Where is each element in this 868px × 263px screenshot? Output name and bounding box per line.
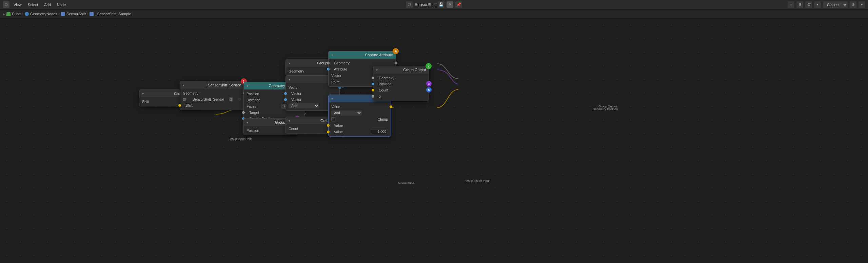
menu-node[interactable]: Node: [55, 2, 68, 7]
socket-av-value-left-2[interactable]: [327, 130, 330, 133]
node-row-geometry-out: Geometry: [180, 90, 244, 96]
menu-add[interactable]: Add: [42, 2, 53, 7]
menu-select[interactable]: Select: [26, 2, 40, 7]
socket-vector-left-2[interactable]: [284, 98, 287, 101]
breadcrumb-sample-label: _SensorShift_Sample: [95, 12, 131, 16]
vector-in2-label: Vector: [291, 98, 301, 102]
sensor-count: 3: [229, 97, 233, 101]
gizmo-icon[interactable]: ⊛: [850, 1, 856, 8]
top-bar: ⬡ View Select Add Node ⬡ SensorShift 💾 ✕…: [0, 0, 868, 9]
socket-ca-geo-right[interactable]: [395, 62, 397, 64]
vector-out-label: Vector: [289, 85, 299, 89]
node-sensor-shift-sensor-header: _SensorShift_Sensor 1: [180, 81, 244, 89]
node-canvas[interactable]: Group Input Shift Group Input Shift _Sen…: [0, 18, 868, 263]
top-bar-right: ↑ ⊕ ⊙ ▾ Closest ⊛ ▾: [788, 1, 865, 8]
node-sensor-shift-sensor-title: _SensorShift_Sensor: [206, 83, 241, 87]
annotation-group-output: Group Output: [598, 105, 617, 108]
shift-in-label: Shift: [185, 103, 193, 107]
node-row-go-position: Position 3: [373, 81, 429, 87]
cube-icon: [6, 12, 11, 16]
av-value-field[interactable]: 1.000: [371, 129, 388, 134]
expand-arrow-6[interactable]: [289, 78, 290, 81]
add-mode-select[interactable]: Add: [289, 103, 319, 108]
socket-go-q-left[interactable]: [372, 95, 374, 98]
back-icon[interactable]: ↑: [788, 1, 794, 8]
top-bar-left: ⬡ View Select Add Node: [3, 1, 68, 8]
shift-label: Shift: [142, 100, 149, 104]
go-geo-label: Geometry: [379, 76, 394, 80]
socket-av-value-left-1[interactable]: [327, 124, 330, 127]
breadcrumb-item-sensorshift[interactable]: SensorShift: [61, 12, 86, 16]
socket-target-left[interactable]: [242, 111, 245, 114]
node-group-output-body: Geometry Position 3 Count 5 q: [373, 74, 429, 101]
node-group-output-header: Group Output 2: [373, 66, 429, 74]
socket-ca-attr-left[interactable]: [327, 68, 330, 70]
breadcrumb-sep-2: ›: [59, 12, 60, 16]
socket-go-count-left[interactable]: [372, 89, 374, 92]
av-value-out-label: Value: [331, 105, 340, 109]
node-row-av-value-out: Value: [329, 104, 391, 110]
save-icon[interactable]: 💾: [438, 1, 445, 8]
socket-go-geo-left[interactable]: [372, 77, 374, 79]
ca-attr-label: Attribute: [334, 67, 347, 71]
node-capture-attribute-title: Capture Attribute: [365, 53, 393, 57]
clamp-label: Clamp: [378, 117, 388, 121]
target-label: Target: [249, 110, 259, 115]
ca-geo-label: Geometry: [334, 61, 393, 65]
node-row-sensor-inst: ⊡ _SensorShift_Sensor 3 ♡: [180, 96, 244, 102]
expand-arrow-10[interactable]: [376, 68, 378, 72]
socket-av-value-right[interactable]: [390, 105, 392, 108]
breadcrumb-item-geonodes[interactable]: GeometryNodes: [25, 12, 57, 16]
expand-arrow-9[interactable]: [331, 97, 333, 101]
expand-arrow-4[interactable]: [246, 121, 248, 124]
socket-shift-left[interactable]: [178, 104, 181, 107]
breadcrumb-item-cube[interactable]: Cube: [6, 12, 21, 16]
window-title: SensorShift: [415, 2, 436, 7]
av-value-in2-label: Value: [334, 130, 343, 134]
annotation-group-input: Group Input: [398, 181, 414, 184]
node-row-shift-in: Shift: [180, 102, 244, 108]
badge-4: 4: [393, 48, 399, 54]
expand-arrow-8[interactable]: [331, 53, 333, 57]
breadcrumb-item-sample[interactable]: _SensorShift_Sample: [90, 12, 131, 16]
node-row-go-geo: Geometry: [373, 75, 429, 81]
badge-5-output-count: 5: [426, 87, 432, 93]
sphere-icon[interactable]: ⊕: [796, 1, 803, 8]
socket-vector-left-1[interactable]: [284, 92, 287, 95]
node-group-output[interactable]: Group Output 2 Geometry Position 3 Count…: [373, 66, 429, 101]
ca-vector-label: Vector: [331, 74, 341, 78]
breadcrumb-arrow[interactable]: ▸: [3, 11, 5, 17]
settings-icon[interactable]: ▾: [859, 1, 865, 8]
go-position-label: Position: [379, 82, 391, 86]
window-icon[interactable]: ⬡: [406, 1, 413, 8]
node-row-av-add-select: Add: [329, 110, 391, 116]
editor-icon[interactable]: ⬡: [3, 1, 9, 8]
expand-arrow-5[interactable]: [289, 61, 290, 65]
distance-label: Distance: [246, 98, 260, 102]
node-row-av-value-in2: Value 1.000: [329, 128, 391, 135]
node-sensor-shift-sensor-body: Geometry ⊡ _SensorShift_Sensor 3 ♡ Shift: [180, 89, 244, 110]
menu-view[interactable]: View: [12, 2, 24, 7]
pin-icon[interactable]: 📌: [455, 1, 462, 8]
dropdown-icon[interactable]: ▾: [814, 1, 821, 8]
connections-svg: [0, 18, 868, 263]
badge-2-output: 2: [426, 63, 432, 69]
expand-arrow-2[interactable]: [183, 83, 184, 87]
sample-icon: [90, 12, 94, 16]
av-add-select[interactable]: Add: [331, 110, 362, 116]
expand-arrow-7[interactable]: [289, 119, 290, 123]
geometry-label: Geometry: [183, 91, 198, 95]
expand-arrow-3[interactable]: [246, 84, 248, 88]
sensorshift-icon: [61, 12, 65, 16]
count-right-label: Count: [289, 127, 298, 131]
close-icon[interactable]: ✕: [447, 1, 453, 8]
sensor-heart: ♡: [238, 97, 241, 101]
overlay-icon[interactable]: ⊙: [805, 1, 812, 8]
socket-ca-geo-left[interactable]: [327, 62, 330, 64]
expand-arrow[interactable]: [142, 92, 144, 96]
sensor-name: _SensorShift_Sensor: [191, 97, 224, 101]
snap-select[interactable]: Closest: [823, 1, 848, 8]
clamp-checkbox[interactable]: [331, 117, 335, 121]
node-sensor-shift-sensor[interactable]: _SensorShift_Sensor 1 Geometry ⊡ _Sensor…: [180, 81, 244, 110]
socket-go-position-left[interactable]: [372, 83, 374, 85]
